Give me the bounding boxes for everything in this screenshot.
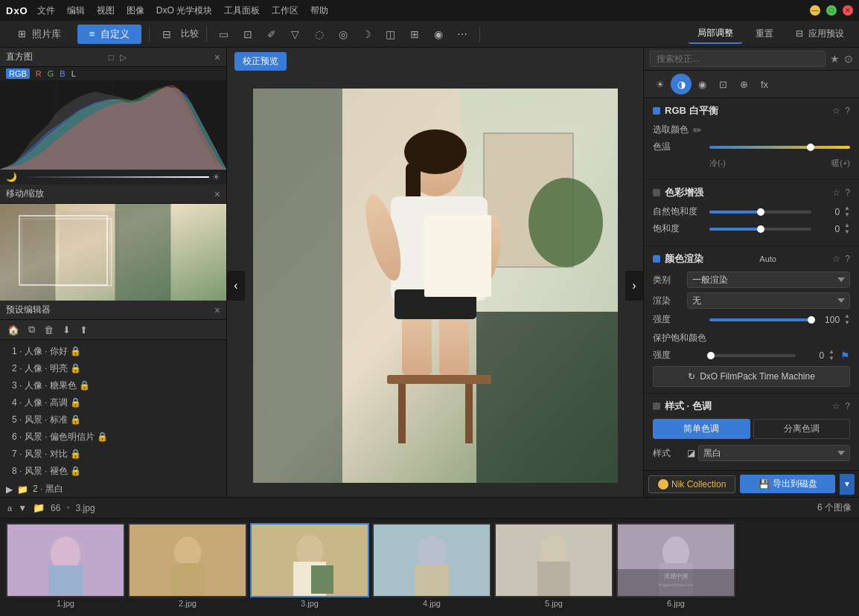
apply-preset-button[interactable]: ⊟ 应用预设 (787, 25, 853, 43)
channel-b[interactable]: B (60, 69, 65, 78)
channel-r[interactable]: R (36, 69, 42, 78)
cr-protect-updown[interactable]: ▲▼ (828, 349, 834, 362)
tool-lens[interactable]: ◎ (333, 25, 353, 44)
wb-help-icon[interactable]: ? (845, 106, 850, 116)
cb-saturation-updown[interactable]: ▲▼ (844, 205, 850, 218)
compare-label[interactable]: 比较 (181, 28, 199, 40)
prev-image-button[interactable]: ‹ (227, 271, 245, 301)
cb-vibrance-updown[interactable]: ▲▼ (844, 222, 850, 235)
maximize-button[interactable]: □ (826, 5, 837, 16)
menu-image[interactable]: 图像 (127, 4, 144, 17)
wb-enabled-checkbox[interactable] (653, 107, 660, 115)
cb-vibrance-slider[interactable] (709, 228, 811, 231)
export-button[interactable]: 💾 导出到磁盘 (740, 475, 835, 493)
preset-item[interactable]: 6 · 风景 · 偏色明信片 🔒 (0, 429, 226, 446)
filmstrip-item-2[interactable]: ⚠ 2.jpg (128, 523, 247, 608)
cb-saturation-slider[interactable] (709, 211, 811, 214)
tool-repair[interactable]: ◫ (381, 25, 400, 44)
cb-enabled-checkbox[interactable] (653, 189, 660, 196)
cb-saturation-thumb[interactable] (757, 208, 764, 216)
local-adjust-button[interactable]: 局部调整 (689, 24, 742, 44)
filmstrip-item-6[interactable]: ⚠ 灵感中国 lingganchina.com (616, 523, 735, 608)
wb-temp-thumb[interactable] (807, 144, 814, 151)
main-image-area[interactable]: ‹ › (227, 74, 643, 497)
tab-customize[interactable]: ≡ 自定义 (77, 25, 141, 44)
close-button[interactable]: ✕ (843, 5, 853, 16)
channel-g[interactable]: G (48, 69, 54, 78)
tool-more[interactable]: ⋯ (453, 25, 472, 44)
preset-item[interactable]: 8 · 风景 · 褪色 🔒 (0, 463, 226, 480)
nik-collection-button[interactable]: Nik Collection (648, 475, 735, 493)
preset-item[interactable]: 7 · 风景 · 对比 🔒 (0, 446, 226, 463)
filmpack-button[interactable]: ↻ DxO FilmPack Time Machine (653, 366, 850, 387)
cr-intensity-thumb[interactable] (808, 316, 815, 324)
cr-intensity-slider[interactable] (709, 318, 811, 321)
menu-help[interactable]: 帮助 (310, 4, 328, 17)
channel-l[interactable]: L (71, 69, 76, 78)
compare-button[interactable]: ⊟ (157, 25, 176, 44)
minimize-button[interactable]: — (810, 5, 820, 16)
navigator-close[interactable]: × (214, 188, 220, 200)
mono-toning-button[interactable]: 简单色调 (653, 419, 750, 439)
channel-rgb[interactable]: RGB (6, 68, 30, 79)
split-toning-button[interactable]: 分离色调 (753, 419, 851, 439)
tool-brush[interactable]: ◌ (310, 25, 329, 44)
tab-tone-icon[interactable]: ⊕ (733, 74, 754, 94)
preset-item[interactable]: 2 · 人像 · 明亮 🔒 (0, 360, 226, 377)
preset-delete-btn[interactable]: 🗑 (41, 323, 57, 337)
histogram-play-icon[interactable]: ▷ (120, 52, 127, 62)
cr-star-icon[interactable]: ☆ (832, 254, 840, 264)
preset-home-btn[interactable]: 🏠 (4, 323, 22, 337)
settings-icon[interactable]: ⊙ (844, 53, 853, 65)
cb-star-icon[interactable]: ☆ (832, 187, 840, 198)
star-icon[interactable]: ★ (830, 53, 840, 65)
cb-vibrance-thumb[interactable] (757, 225, 764, 233)
cr-protect-thumb[interactable] (707, 352, 715, 359)
reset-button[interactable]: 重置 (747, 25, 782, 43)
filmstrip-item-1[interactable]: ⚠ 1.jpg (6, 523, 125, 608)
next-image-button[interactable]: › (625, 271, 643, 301)
tab-library[interactable]: ⊞ 照片库 (6, 25, 73, 44)
menu-view[interactable]: 视图 (97, 4, 115, 17)
filmstrip-item-4[interactable]: ⚠ 4.jpg (372, 523, 491, 608)
tool-eyedrop[interactable]: ☽ (357, 25, 377, 44)
tool-retouch[interactable]: ✐ (262, 25, 281, 44)
ct-star-icon[interactable]: ☆ (832, 401, 840, 411)
menu-dxo-optics[interactable]: DxO 光学模块 (156, 4, 212, 17)
tab-color-icon[interactable]: ◑ (671, 74, 692, 94)
tool-split-view[interactable]: ▭ (214, 25, 234, 44)
wb-temp-slider[interactable] (709, 146, 850, 149)
search-input[interactable] (650, 51, 826, 67)
preset-copy-btn[interactable]: ⧉ (25, 322, 38, 337)
tab-details-icon[interactable]: ◉ (692, 74, 712, 94)
tab-geometry-icon[interactable]: ⊡ (712, 74, 733, 94)
cr-category-select[interactable]: 一般渲染 (687, 272, 850, 288)
cr-enabled-checkbox[interactable] (653, 255, 660, 263)
cr-intensity-updown[interactable]: ▲▼ (844, 313, 850, 326)
menu-workspace[interactable]: 工作区 (272, 4, 298, 17)
ct-enabled-checkbox[interactable] (653, 402, 660, 410)
eyedropper-icon[interactable]: ✏ (693, 124, 702, 136)
ct-help-icon[interactable]: ? (845, 401, 850, 411)
correction-preview-button[interactable]: 校正预览 (234, 52, 287, 71)
menu-tools[interactable]: 工具面板 (224, 4, 260, 17)
preset-close[interactable]: × (214, 304, 220, 316)
preset-export-btn[interactable]: ⬆ (77, 323, 91, 337)
sort-icon[interactable]: ▼ (18, 503, 27, 513)
export-dropdown-button[interactable]: ▼ (840, 474, 855, 495)
tab-effects-icon[interactable]: fx (754, 74, 775, 94)
preset-item[interactable]: 5 · 风景 · 标准 🔒 (0, 411, 226, 429)
menu-file[interactable]: 文件 (37, 4, 55, 17)
cr-protect-slider[interactable] (709, 354, 796, 357)
filmstrip-item-3[interactable]: ⚠ 3.jpg (250, 523, 369, 608)
filmstrip-item-5[interactable]: ⚠ 5.jpg (494, 523, 613, 608)
tab-light-icon[interactable]: ☀ (650, 74, 671, 94)
histogram-close[interactable]: × (214, 51, 220, 63)
cr-help-icon[interactable]: ? (845, 254, 850, 264)
menu-edit[interactable]: 编辑 (67, 4, 85, 17)
tool-gradient[interactable]: ▽ (286, 25, 305, 44)
cr-render-select[interactable]: 无 (687, 292, 850, 309)
preset-item[interactable]: 4 · 人像 · 高调 🔒 (0, 394, 226, 411)
tool-crop[interactable]: ⊡ (238, 25, 258, 44)
preset-item[interactable]: 1 · 人像 · 你好 🔒 (0, 343, 226, 360)
